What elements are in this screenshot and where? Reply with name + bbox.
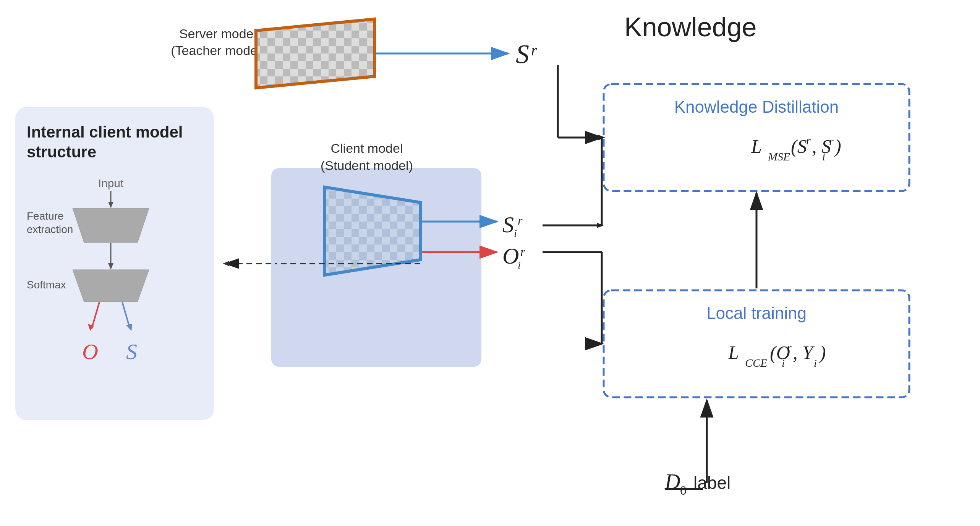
knowledge-label: Knowledge	[624, 12, 756, 42]
server-model-label2: (Teacher model)	[171, 43, 265, 58]
svg-rect-37	[271, 168, 481, 367]
svg-marker-9	[126, 324, 132, 331]
svg-text:(O: (O	[770, 342, 790, 363]
svg-line-8	[122, 302, 130, 329]
svg-line-6	[92, 302, 99, 329]
svg-marker-57	[223, 261, 229, 266]
kd-sub: MSE	[768, 150, 790, 163]
svg-marker-38	[325, 187, 420, 275]
svg-text:): )	[818, 342, 826, 363]
svg-marker-5	[73, 270, 149, 302]
client-model-label2: (Student model)	[321, 158, 413, 173]
svg-marker-1	[108, 202, 113, 208]
svg-marker-58	[598, 135, 605, 140]
input-label: Input	[98, 177, 124, 189]
internal-title-line1: Internal client model	[27, 123, 183, 141]
sr-label: S	[516, 39, 529, 69]
svg-text:i: i	[514, 227, 517, 239]
client-model-label1: Client model	[331, 141, 403, 155]
svg-text:): )	[834, 136, 841, 157]
svg-marker-50	[597, 223, 604, 228]
svg-text:r: r	[829, 135, 834, 147]
diagram-container: Internal client model structure Input Fe…	[0, 0, 980, 526]
kd-formula: L	[751, 136, 762, 157]
svg-text:r: r	[518, 214, 523, 227]
lt-formula: L	[728, 342, 739, 363]
svg-marker-4	[108, 263, 113, 270]
kd-formula-rest: (S	[791, 136, 807, 157]
svg-text:i: i	[782, 357, 785, 369]
oi-label: O	[502, 243, 519, 269]
s-label: S	[126, 339, 137, 364]
svg-text:r: r	[787, 341, 792, 354]
svg-rect-23	[604, 84, 909, 191]
svg-text:label: label	[693, 473, 731, 493]
sr-superscript: r	[531, 42, 537, 59]
server-model-label1: Server model	[179, 26, 256, 41]
d0-label: D	[664, 470, 680, 494]
svg-marker-2	[73, 208, 149, 243]
client-structure-bg	[15, 107, 214, 420]
svg-rect-29	[604, 290, 909, 397]
svg-text:, S: , S	[812, 136, 831, 157]
svg-text:i: i	[822, 151, 825, 163]
svg-marker-7	[88, 324, 94, 331]
si-label: S	[502, 212, 514, 237]
o-label: O	[82, 339, 98, 364]
kd-title: Knowledge Distillation	[674, 97, 839, 116]
internal-title-line2: structure	[27, 143, 96, 161]
svg-marker-19	[256, 19, 374, 88]
svg-text:r: r	[520, 245, 525, 259]
feature-label-line2: extraction	[27, 223, 73, 235]
svg-text:i: i	[814, 357, 817, 369]
svg-text:r: r	[806, 134, 811, 147]
svg-text:i: i	[518, 259, 521, 271]
lt-title: Local training	[706, 304, 807, 322]
softmax-label: Softmax	[27, 279, 66, 291]
svg-text:CCE: CCE	[745, 356, 767, 369]
svg-text:0: 0	[680, 483, 687, 497]
diagram-svg: Internal client model structure Input Fe…	[0, 0, 980, 526]
svg-text:, Y: , Y	[793, 342, 815, 363]
feature-label-line1: Feature	[27, 210, 64, 222]
